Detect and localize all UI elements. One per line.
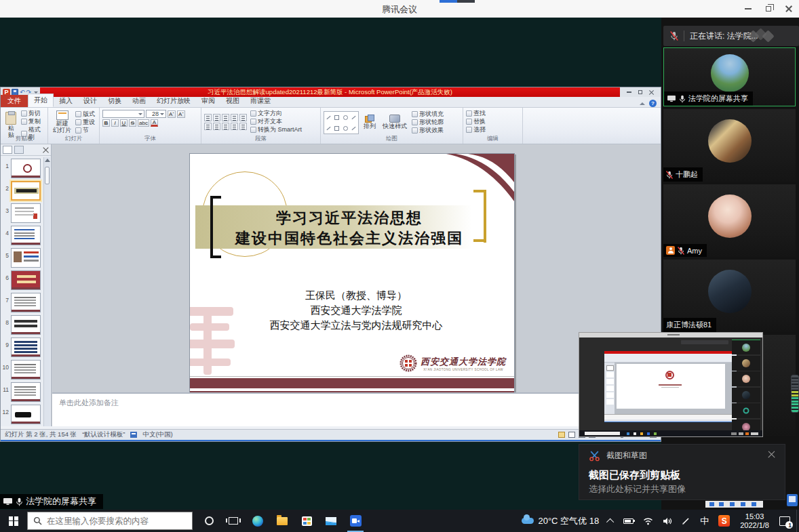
ime-indicator[interactable]: 中	[695, 510, 714, 532]
bold-button[interactable]: B	[102, 119, 110, 127]
slides-pane-tab[interactable]	[3, 146, 12, 154]
notification-subtitle[interactable]: 选择此处标记并共享图像	[589, 483, 686, 495]
tencent-meeting-button[interactable]	[343, 510, 368, 532]
task-view-button[interactable]	[221, 510, 246, 532]
tab-slideshow[interactable]: 幻灯片放映	[151, 95, 196, 107]
cut-button[interactable]: 剪切	[21, 110, 45, 117]
section-button[interactable]: 节	[75, 127, 95, 134]
minimize-button[interactable]	[738, 0, 758, 18]
underline-button[interactable]: U	[120, 119, 128, 127]
participant-tile[interactable]: 康正博法硕81	[663, 260, 796, 332]
font-color-button[interactable]: A	[151, 119, 158, 127]
volume-button[interactable]	[658, 510, 677, 532]
participant-tile-sharing[interactable]: 法学院的屏幕共享	[663, 47, 796, 106]
layout-button[interactable]: 版式	[75, 110, 95, 118]
slide-thumb-1[interactable]: 1	[1, 157, 43, 180]
sogou-button[interactable]: S	[714, 510, 735, 532]
align-left-button[interactable]	[204, 123, 212, 130]
ppt-minimize-button[interactable]	[627, 91, 631, 93]
copy-button[interactable]: 复制	[21, 118, 45, 125]
justify-button[interactable]	[231, 123, 238, 130]
slide-thumb-7[interactable]: 7	[1, 291, 43, 314]
start-button[interactable]	[0, 510, 27, 532]
pen-button[interactable]	[677, 510, 695, 532]
show-desktop-button[interactable]	[796, 510, 799, 532]
tab-insert[interactable]: 插入	[54, 95, 78, 107]
slide-thumb-4[interactable]: 4	[1, 224, 43, 247]
text-direction-button[interactable]: 文字方向	[250, 110, 302, 117]
slide-thumb-6[interactable]: 6	[1, 269, 43, 291]
numbering-button[interactable]	[213, 114, 220, 121]
slide-thumb-8[interactable]: 8	[1, 314, 43, 336]
action-center-button[interactable]: 1	[775, 510, 795, 532]
tab-file[interactable]: 文件	[1, 95, 28, 107]
weather-widget[interactable]: 20°C 空气优 18	[517, 510, 604, 532]
shapes-gallery[interactable]	[324, 111, 359, 134]
find-button[interactable]: 查找	[466, 110, 520, 117]
collapse-ribbon-icon[interactable]	[640, 102, 645, 105]
store-button[interactable]	[294, 510, 319, 532]
pane-scrollbar[interactable]	[43, 157, 50, 426]
shape-fill-button[interactable]: 形状填充	[412, 110, 444, 118]
normal-view-button[interactable]	[558, 432, 565, 438]
tab-transitions[interactable]: 切换	[102, 95, 127, 107]
notes-pane[interactable]: 单击此处添加备注	[52, 392, 661, 426]
tab-home[interactable]: 开始	[28, 94, 54, 107]
docked-tab-indicator[interactable]	[440, 0, 475, 3]
align-center-button[interactable]	[213, 123, 220, 130]
italic-button[interactable]: I	[111, 119, 119, 127]
spellcheck-icon[interactable]	[130, 432, 137, 438]
tab-review[interactable]: 审阅	[196, 95, 220, 107]
battery-button[interactable]	[619, 510, 638, 532]
snip-notification[interactable]: 截图和草图 截图已保存到剪贴板 选择此处标记并共享图像	[579, 444, 785, 500]
tab-rain-classroom[interactable]: 雨课堂	[245, 95, 276, 107]
shape-effects-button[interactable]: 形状效果	[412, 127, 444, 134]
tab-animations[interactable]: 动画	[127, 95, 151, 107]
ppt-restore-button[interactable]	[638, 90, 642, 94]
char-spacing-button[interactable]: abc	[138, 119, 149, 127]
arrange-button[interactable]: 排列	[362, 110, 378, 134]
participant-tile[interactable]: 十鹏起	[663, 109, 796, 182]
slide-thumb-10[interactable]: 10	[1, 359, 43, 381]
slide-thumb-9[interactable]: 9	[1, 336, 43, 359]
scrollbar-thumb[interactable]	[45, 167, 50, 184]
font-family-combo[interactable]	[102, 110, 144, 118]
tab-view[interactable]: 视图	[220, 95, 245, 107]
search-input[interactable]	[47, 516, 187, 526]
close-button[interactable]	[779, 0, 799, 18]
share-preview-window[interactable]	[579, 332, 763, 437]
shrink-font-button[interactable]: Aˇ	[177, 110, 185, 118]
smartart-button[interactable]: 转换为 SmartArt	[250, 126, 302, 134]
participant-tile[interactable]: Amy	[663, 184, 796, 257]
replace-button[interactable]: 替换	[466, 118, 520, 125]
sorter-view-button[interactable]	[568, 432, 575, 438]
increase-indent-button[interactable]	[231, 114, 238, 121]
font-size-combo[interactable]: 28	[146, 110, 166, 118]
slide-thumb-2-selected[interactable]: 2	[1, 180, 43, 202]
slide-thumb-11[interactable]: 11	[1, 381, 43, 403]
tray-overflow-button[interactable]	[604, 510, 619, 532]
tab-design[interactable]: 设计	[78, 95, 102, 107]
ppt-close-button[interactable]	[649, 90, 654, 95]
taskbar-search[interactable]	[27, 512, 193, 530]
strikethrough-button[interactable]: S	[129, 119, 136, 127]
slide-thumb-12[interactable]: 12	[1, 403, 43, 426]
grow-font-button[interactable]: Aˆ	[168, 110, 176, 118]
notification-close-icon[interactable]	[768, 451, 775, 458]
slide-thumb-5[interactable]: 5	[1, 247, 43, 269]
columns-button[interactable]	[239, 123, 247, 130]
language-label[interactable]: 中文(中国)	[142, 430, 172, 439]
mail-button[interactable]	[319, 510, 343, 532]
current-slide[interactable]: 学习习近平法治思想 建设中国特色社会主义法治强国 王保民（教授、博导） 西安交通…	[189, 153, 515, 396]
decrease-indent-button[interactable]	[222, 114, 229, 121]
line-spacing-button[interactable]	[239, 114, 247, 121]
align-right-button[interactable]	[222, 123, 229, 130]
select-button[interactable]: 选择	[466, 126, 520, 134]
outline-pane-tab[interactable]	[14, 146, 24, 154]
help-icon[interactable]: ?	[649, 100, 657, 107]
scroll-up-icon[interactable]	[45, 159, 50, 162]
edge-button[interactable]	[246, 510, 270, 532]
taskbar-clock[interactable]: 15:03 2022/1/8	[735, 512, 775, 530]
bullets-button[interactable]	[204, 114, 212, 121]
slide-thumb-3[interactable]: 3	[1, 202, 43, 224]
